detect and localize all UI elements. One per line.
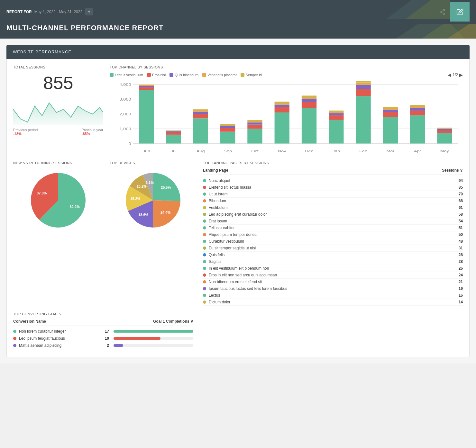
top-devices-panel: TOP DEVICES 25.5%24.4%18.6%15.2%10.2%6.1…	[110, 161, 197, 306]
chart-nav[interactable]: ◀1/2▶	[448, 72, 463, 77]
header: REPORT FOR May 1, 2022 - May 31, 2022 ▾	[0, 0, 476, 24]
svg-rect-45	[247, 125, 262, 129]
lp-dot	[203, 226, 206, 229]
svg-rect-38	[220, 132, 235, 144]
svg-rect-54	[275, 102, 289, 103]
page-indicator: 1/2	[453, 73, 458, 77]
lp-row: Leo adipiscing erat curabitur dolor 58	[203, 211, 463, 218]
svg-rect-59	[302, 97, 316, 99]
svg-text:4,000: 4,000	[119, 83, 131, 87]
svg-rect-29	[166, 130, 181, 131]
lp-row: Sagittis 28	[203, 258, 463, 265]
legend-item: Lectus vestibulum	[110, 73, 143, 77]
svg-rect-88	[437, 129, 452, 130]
svg-text:18.6%: 18.6%	[138, 213, 148, 217]
goal-bar	[114, 344, 123, 347]
lp-name: Erat ipsum	[209, 219, 456, 223]
bar-chart-legend: Lectus vestibulumEros nisiQuis bibendumV…	[110, 72, 463, 77]
goal-bar-container	[114, 337, 193, 340]
lp-dot	[203, 206, 206, 209]
lp-row: Ut ut lorem 79	[203, 191, 463, 198]
svg-text:Jul: Jul	[170, 149, 177, 153]
svg-rect-84	[410, 105, 425, 106]
svg-rect-44	[247, 129, 262, 144]
lp-dot	[203, 253, 206, 256]
header-right	[434, 4, 470, 20]
lp-row: Lectus 16	[203, 292, 463, 299]
goal-value: 10	[101, 336, 109, 341]
goal-rows: Non lorem curabitur integer 17 Leo ipsum…	[13, 329, 193, 348]
svg-text:Mar: Mar	[386, 149, 395, 153]
lp-header: Landing Page Sessions ∨	[203, 168, 463, 175]
new-vs-returning-chart: 62.2%37.8%	[13, 168, 103, 232]
svg-text:Aug: Aug	[197, 149, 205, 153]
lp-dot	[203, 280, 206, 283]
svg-text:62.2%: 62.2%	[70, 205, 80, 209]
svg-text:Oct: Oct	[251, 149, 259, 153]
lp-row: Eros in elit non sed arcu quis accumsan …	[203, 272, 463, 279]
sparkline-container	[13, 96, 103, 125]
lp-name: Eleifend sit lectus massa	[209, 185, 456, 190]
lp-dot	[203, 300, 206, 304]
svg-rect-76	[383, 110, 398, 112]
svg-line-5	[441, 12, 443, 13]
svg-text:Jan: Jan	[333, 149, 340, 153]
total-sessions-value: 855	[13, 72, 103, 93]
svg-rect-65	[329, 112, 343, 113]
lp-sessions: 14	[459, 300, 463, 304]
lp-col-page: Landing Page	[203, 168, 228, 173]
goal-value: 2	[101, 343, 109, 348]
lp-dot	[203, 273, 206, 277]
svg-text:25.5%: 25.5%	[161, 185, 171, 189]
share-button[interactable]	[434, 4, 450, 20]
svg-rect-32	[193, 118, 208, 143]
date-range-dropdown[interactable]: ▾	[85, 8, 93, 15]
svg-rect-66	[329, 111, 343, 112]
lp-name: Quis felis	[209, 253, 456, 257]
lp-name: Vestibulum	[209, 205, 456, 210]
goals-header: Conversion Name Goal 1 Completions ∨	[13, 319, 193, 326]
lp-name: Dictum dolor	[209, 300, 456, 304]
prev-page-button[interactable]: ◀	[448, 72, 451, 77]
lp-row: Eleifend sit lectus massa 85	[203, 184, 463, 191]
lp-row: Tellus curabitur 51	[203, 225, 463, 231]
svg-rect-60	[302, 95, 316, 97]
svg-rect-39	[220, 128, 235, 132]
lp-sessions: 26	[459, 266, 463, 271]
goal-bar	[114, 330, 193, 333]
lp-name: Eros in elit non sed arcu quis accumsan	[209, 273, 456, 277]
goal-name: Leo ipsum feugiat faucibus	[19, 336, 99, 341]
lp-col-sessions: Sessions ∨	[442, 168, 463, 173]
section-title: WEBSITE PERFORMANCE	[13, 49, 71, 54]
content: WEBSITE PERFORMANCE TOTAL SESSIONS 855	[0, 39, 476, 363]
goals-col-conversion: Conversion Name	[13, 319, 46, 324]
svg-rect-33	[193, 114, 208, 119]
goal-value: 17	[101, 329, 109, 334]
svg-rect-63	[329, 115, 343, 120]
svg-rect-70	[356, 85, 371, 89]
lp-name: Sagittis	[209, 259, 456, 264]
lp-row: Quis felis 28	[203, 252, 463, 258]
svg-text:37.8%: 37.8%	[37, 191, 47, 195]
lp-dot	[203, 294, 206, 297]
lp-dot	[203, 246, 206, 250]
edit-button[interactable]	[450, 2, 470, 22]
date-range: May 1, 2022 - May 31, 2022	[34, 10, 82, 14]
svg-text:Jun: Jun	[143, 149, 150, 153]
lp-sessions: 28	[459, 253, 463, 257]
goal-row: Non lorem curabitur integer 17	[13, 329, 193, 334]
next-page-button[interactable]: ▶	[459, 72, 463, 77]
lp-dot	[203, 233, 206, 236]
lp-dot	[203, 213, 206, 216]
svg-text:24.4%: 24.4%	[160, 211, 170, 214]
svg-rect-69	[356, 89, 371, 96]
total-sessions-panel: TOTAL SESSIONS 855	[13, 65, 103, 155]
svg-rect-40	[220, 126, 235, 128]
lp-name: Aliquet ipsum tempor donec	[209, 232, 456, 237]
lp-sessions: 28	[459, 259, 463, 264]
goal-bar	[114, 337, 160, 340]
svg-rect-42	[220, 124, 235, 125]
legend-item: Quis bibendum	[169, 73, 198, 77]
svg-rect-78	[383, 107, 398, 108]
lp-sessions: 50	[459, 232, 463, 237]
